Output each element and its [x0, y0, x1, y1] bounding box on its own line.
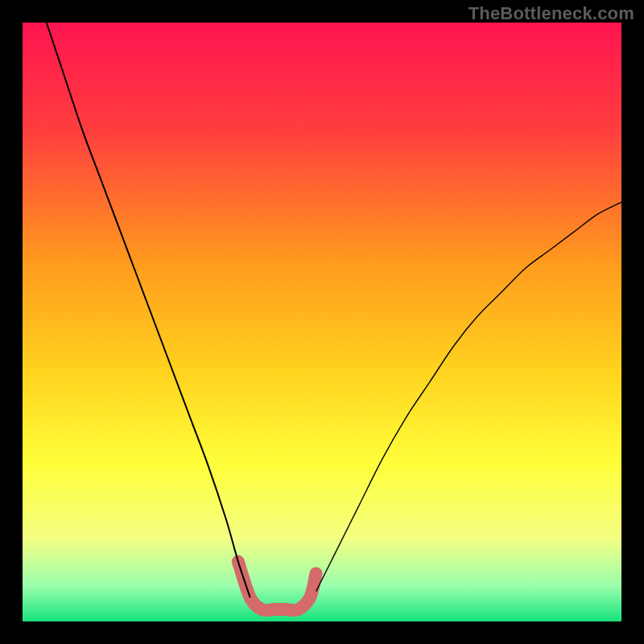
- plot-area: [23, 23, 621, 621]
- chart-frame: TheBottleneck.com: [0, 0, 644, 644]
- watermark-text: TheBottleneck.com: [469, 3, 634, 24]
- gradient-background: [23, 23, 621, 621]
- chart-svg: [23, 23, 621, 621]
